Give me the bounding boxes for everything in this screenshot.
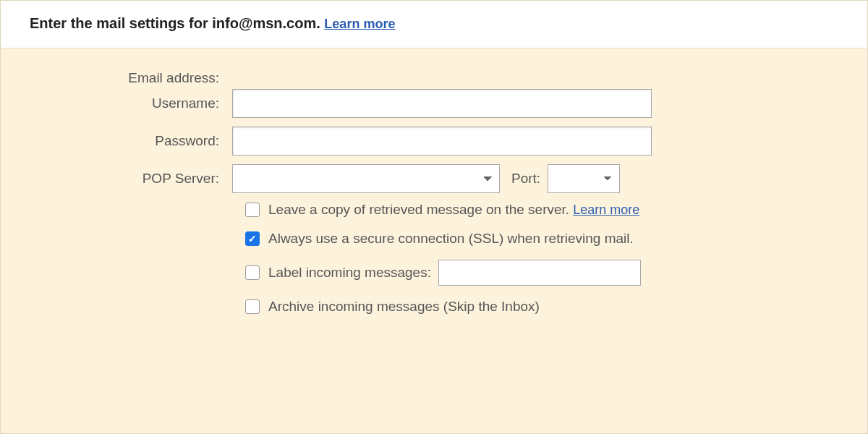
username-row: Username:: [30, 89, 838, 118]
ssl-row: ✓ Always use a secure connection (SSL) w…: [30, 231, 838, 247]
archive-row: Archive incoming messages (Skip the Inbo…: [30, 299, 838, 315]
header-title: Enter the mail settings for info@msn.com…: [30, 15, 324, 31]
password-row: Password:: [30, 127, 838, 156]
header-email: info@msn.com: [212, 15, 316, 31]
label-incoming-label: Label incoming messages:: [268, 265, 431, 281]
password-label: Password:: [30, 133, 232, 149]
header-title-prefix: Enter the mail settings for: [30, 15, 212, 31]
dialog-header: Enter the mail settings for info@msn.com…: [1, 1, 867, 48]
pop-server-label: POP Server:: [30, 171, 232, 187]
label-incoming-select[interactable]: [438, 260, 641, 286]
password-input[interactable]: [232, 127, 652, 156]
port-label: Port:: [511, 171, 540, 187]
email-address-row: Email address:: [30, 70, 838, 86]
leave-copy-row: Leave a copy of retrieved message on the…: [30, 202, 838, 218]
archive-checkbox[interactable]: [245, 299, 260, 314]
label-incoming-checkbox[interactable]: [245, 265, 260, 280]
ssl-checkbox[interactable]: ✓: [245, 231, 260, 246]
email-address-label: Email address:: [30, 70, 232, 86]
check-icon: ✓: [248, 234, 257, 244]
header-learn-more-link[interactable]: Learn more: [324, 17, 395, 31]
label-incoming-row: Label incoming messages:: [30, 260, 838, 286]
ssl-label: Always use a secure connection (SSL) whe…: [268, 231, 634, 247]
username-label: Username:: [30, 95, 232, 111]
leave-copy-label: Leave a copy of retrieved message on the…: [268, 202, 569, 218]
username-input[interactable]: [232, 89, 652, 118]
pop-server-select[interactable]: [232, 164, 500, 193]
pop-server-row: POP Server: Port:: [30, 164, 838, 193]
header-title-suffix: .: [316, 15, 324, 31]
form-body: Email address: Username: Password: POP S…: [1, 48, 867, 342]
leave-copy-learn-more-link[interactable]: Learn more: [573, 203, 639, 218]
leave-copy-checkbox[interactable]: [245, 203, 260, 217]
archive-label: Archive incoming messages (Skip the Inbo…: [268, 299, 540, 315]
port-select[interactable]: [548, 164, 620, 193]
mail-settings-dialog: Enter the mail settings for info@msn.com…: [0, 0, 868, 434]
